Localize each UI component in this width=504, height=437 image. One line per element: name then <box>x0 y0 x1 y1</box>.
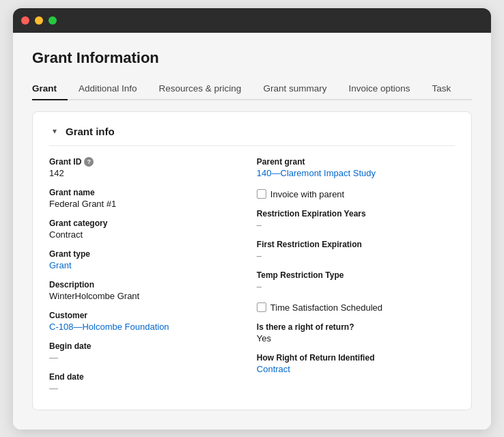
field-how-right-identified: How Right of Return Identified Contract <box>257 353 455 374</box>
section-header: ▾ Grant info <box>49 126 455 146</box>
field-description: Description WinterHolcombe Grant <box>49 280 229 301</box>
description-value: WinterHolcombe Grant <box>49 291 229 301</box>
temp-restriction-type-value: – <box>257 281 455 292</box>
field-restriction-expiration-years: Restriction Expiration Years – <box>257 209 455 230</box>
field-parent-grant: Parent grant 140—Claremont Impact Study <box>257 157 455 178</box>
left-fields-col: Grant ID ? 142 Grant name Federal Grant … <box>49 157 229 393</box>
field-grant-name: Grant name Federal Grant #1 <box>49 188 229 209</box>
grant-type-label: Grant type <box>49 249 229 259</box>
restriction-expiration-years-value: – <box>257 220 455 230</box>
tab-task[interactable]: Task <box>421 78 462 100</box>
field-grant-category: Grant category Contract <box>49 218 229 240</box>
tab-resources-pricing[interactable]: Resources & pricing <box>148 78 253 100</box>
invoice-with-parent-row[interactable]: Invoice with parent <box>257 189 455 199</box>
description-label: Description <box>49 280 229 290</box>
invoice-with-parent-checkbox[interactable] <box>257 189 266 199</box>
field-begin-date: Begin date — <box>49 341 229 363</box>
content-area: Grant Information Grant Additional Info … <box>13 33 491 429</box>
parent-grant-value[interactable]: 140—Claremont Impact Study <box>257 168 455 178</box>
begin-date-label: Begin date <box>49 341 229 351</box>
titlebar <box>13 8 491 33</box>
page-title: Grant Information <box>32 49 472 67</box>
grant-name-label: Grant name <box>49 188 229 197</box>
section-title: Grant info <box>66 126 115 137</box>
close-dot[interactable] <box>21 16 29 25</box>
right-of-return-label: Is there a right of return? <box>257 322 455 332</box>
grant-category-value: Contract <box>49 229 229 240</box>
right-fields-col: Parent grant 140—Claremont Impact Study … <box>257 157 455 393</box>
minimize-dot[interactable] <box>35 16 43 25</box>
main-window: Grant Information Grant Additional Info … <box>13 8 491 429</box>
right-of-return-value: Yes <box>257 333 455 343</box>
tab-grant[interactable]: Grant <box>32 78 68 100</box>
grant-info-card: ▾ Grant info Grant ID ? 142 Grant name <box>32 111 472 410</box>
field-customer: Customer C-108—Holcombe Foundation <box>49 311 229 332</box>
customer-label: Customer <box>49 311 229 320</box>
field-grant-id: Grant ID ? 142 <box>49 157 229 178</box>
end-date-value: — <box>49 383 229 393</box>
time-satisfaction-checkbox[interactable] <box>257 302 266 312</box>
field-first-restriction-expiration: First Restriction Expiration – <box>257 240 455 261</box>
field-grant-type: Grant type Grant <box>49 249 229 270</box>
temp-restriction-type-label: Temp Restriction Type <box>257 270 455 280</box>
tab-invoice-options[interactable]: Invoice options <box>337 78 421 100</box>
grant-category-label: Grant category <box>49 218 229 228</box>
tab-additional-info[interactable]: Additional Info <box>68 78 148 100</box>
collapse-icon[interactable]: ▾ <box>49 126 60 137</box>
restriction-expiration-years-label: Restriction Expiration Years <box>257 209 455 218</box>
how-right-identified-label: How Right of Return Identified <box>257 353 455 363</box>
first-restriction-expiration-label: First Restriction Expiration <box>257 240 455 249</box>
first-restriction-expiration-value: – <box>257 251 455 261</box>
help-icon[interactable]: ? <box>84 157 94 167</box>
parent-grant-label: Parent grant <box>257 157 455 167</box>
grant-id-value: 142 <box>49 168 229 178</box>
tab-bar: Grant Additional Info Resources & pricin… <box>32 78 472 100</box>
grant-type-value[interactable]: Grant <box>49 260 229 270</box>
grant-id-label: Grant ID ? <box>49 157 229 167</box>
invoice-with-parent-label: Invoice with parent <box>270 189 344 199</box>
field-right-of-return: Is there a right of return? Yes <box>257 322 455 343</box>
time-satisfaction-label: Time Satisfaction Scheduled <box>270 302 382 313</box>
fields-container: Grant ID ? 142 Grant name Federal Grant … <box>49 157 455 393</box>
field-end-date: End date — <box>49 372 229 393</box>
tab-grant-summary[interactable]: Grant summary <box>252 78 337 100</box>
time-satisfaction-row[interactable]: Time Satisfaction Scheduled <box>257 302 455 313</box>
field-temp-restriction-type: Temp Restriction Type – <box>257 270 455 292</box>
maximize-dot[interactable] <box>48 16 57 25</box>
customer-value[interactable]: C-108—Holcombe Foundation <box>49 322 229 332</box>
end-date-label: End date <box>49 372 229 382</box>
grant-name-value: Federal Grant #1 <box>49 199 229 209</box>
begin-date-value: — <box>49 352 229 363</box>
how-right-identified-value[interactable]: Contract <box>257 364 455 374</box>
